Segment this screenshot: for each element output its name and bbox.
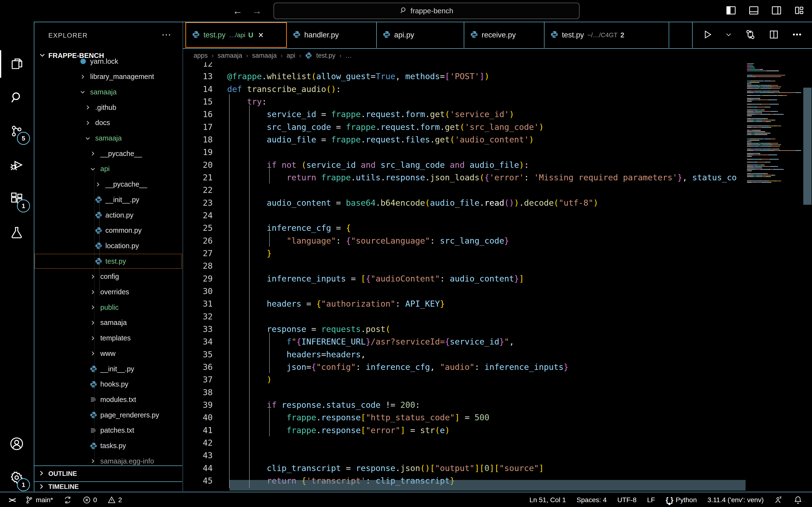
tree-item-hooks.py[interactable]: hooks.py (34, 377, 182, 392)
code-line-31: headers = {"authorization": API_KEY} (227, 297, 445, 310)
tree-item-__init__.py[interactable]: __init__.py (34, 361, 182, 377)
activity-bar-item-testing[interactable] (0, 217, 33, 249)
tree-item-samaaja.egg-info[interactable]: samaaja.egg-info (34, 453, 182, 465)
outline-section[interactable]: OUTLINE (34, 465, 182, 482)
status-git-sync[interactable] (64, 496, 72, 504)
tree-item-samaaja[interactable]: samaaja (34, 315, 182, 331)
breadcrumb-item[interactable]: api (287, 52, 295, 59)
more-actions-icon[interactable] (792, 29, 802, 41)
tree-item-page_renderers.py[interactable]: page_renderers.py (34, 407, 182, 423)
minimap[interactable] (746, 62, 803, 491)
run-dropdown-icon[interactable] (725, 31, 732, 39)
tree-item-common.py[interactable]: common.py (34, 223, 182, 238)
chevron-right-icon (90, 304, 96, 311)
tab-receive.py[interactable]: receive.py (464, 22, 545, 48)
toggle-primary-sidebar-icon[interactable] (725, 4, 737, 16)
line-number: 16 (183, 108, 213, 121)
tree-item-label: tasks.py (100, 442, 126, 450)
status-language-mode[interactable]: { }Python (666, 496, 697, 504)
breadcrumb-item[interactable]: samaaja (217, 52, 242, 59)
tree-item-label: api (100, 165, 110, 173)
activity-bar-item-run-and-debug[interactable] (0, 150, 33, 181)
breadcrumb-item[interactable]: test.py (316, 52, 336, 59)
horizontal-scrollbar[interactable] (230, 480, 802, 491)
status-eol[interactable]: LF (647, 496, 655, 504)
timeline-section[interactable]: TIMELINE (34, 482, 182, 492)
tree-item-patches.txt[interactable]: patches.txt (34, 423, 182, 438)
tree-item-samaaja[interactable]: samaaja (34, 84, 182, 100)
tree-item-api[interactable]: api (34, 161, 182, 177)
breadcrumb-item[interactable]: samaaja (252, 52, 277, 59)
nav-back-icon[interactable]: ← (232, 5, 243, 16)
tab-handler.py[interactable]: handler.py (287, 22, 377, 48)
python-file-icon (192, 31, 200, 40)
search-icon (10, 91, 23, 105)
tree-item-action.py[interactable]: action.py (34, 207, 182, 223)
close-icon[interactable]: × (258, 30, 263, 40)
tab-api.py[interactable]: api.py (377, 22, 464, 48)
status-text: main* (36, 496, 53, 504)
tab-label: receive.py (481, 31, 516, 39)
tree-item-samaaja[interactable]: samaaja (34, 131, 182, 146)
status-python-interpreter[interactable]: 3.11.4 ('env': venv) (707, 496, 764, 504)
code-line-29: inference_inputs = [{"audioContent": aud… (227, 272, 524, 285)
tree-item-yarn.lock[interactable]: yarn.lock (34, 58, 182, 69)
breadcrumb-item[interactable]: apps (194, 52, 208, 59)
tab-test.py[interactable]: test.py…/apiU× (185, 22, 287, 48)
nav-forward-icon[interactable]: → (251, 5, 262, 16)
status-notifications[interactable] (794, 496, 802, 504)
code-line-27: } (227, 247, 272, 260)
status-encoding[interactable]: UTF-8 (617, 496, 636, 504)
activity-bar-item-search[interactable] (0, 82, 33, 113)
branch-icon (25, 496, 33, 504)
status-remote-indicator[interactable]: >< (9, 496, 14, 504)
breadcrumb-item[interactable]: … (345, 52, 352, 59)
activity-bar-item-extensions[interactable]: 1 (0, 183, 33, 215)
activity-bar-item-accounts[interactable] (0, 429, 33, 460)
tree-item-label: public (100, 303, 119, 312)
tree-item-location.py[interactable]: location.py (34, 238, 182, 253)
tree-item-__pycache__[interactable]: __pycache__ (34, 146, 182, 161)
tree-item-overrides[interactable]: overrides (34, 284, 182, 300)
scrollbar-thumb[interactable] (803, 88, 812, 205)
run-python-file-button[interactable] (702, 30, 712, 41)
activity-bar-item-source-control[interactable]: 5 (0, 116, 33, 147)
tree-item-test.py[interactable]: test.pyU (34, 253, 182, 269)
vertical-scrollbar[interactable] (803, 62, 812, 491)
tree-item-__pycache__[interactable]: __pycache__ (34, 177, 182, 192)
status-cursor-position[interactable]: Ln 51, Col 1 (529, 496, 566, 504)
sidebar-title: EXPLORER (48, 32, 88, 39)
command-center-search[interactable]: frappe-bench (273, 3, 579, 19)
tree-item-modules.txt[interactable]: modules.txt (34, 392, 182, 407)
file-tree: yarn.locklibrary_managementsamaaja.githu… (34, 58, 183, 465)
status-indentation[interactable]: Spaces: 4 (576, 496, 607, 504)
code-line-23: audio_content = base64.b64encode(audio_f… (227, 196, 598, 209)
more-actions-icon[interactable]: ⋯ (161, 29, 171, 40)
toggle-panel-icon[interactable] (748, 4, 760, 16)
tree-item-__init__.py[interactable]: __init__.py (34, 192, 182, 207)
tree-item-templates[interactable]: templates (34, 331, 182, 346)
toggle-secondary-sidebar-icon[interactable] (770, 4, 782, 16)
tree-item-config[interactable]: config (34, 269, 182, 284)
testing-icon (10, 226, 23, 240)
split-editor-button[interactable] (768, 29, 779, 41)
activity-bar-item-explorer[interactable] (0, 48, 33, 80)
code-line-15: try: (227, 95, 267, 108)
status-errors[interactable]: 0 (83, 496, 97, 504)
tree-item-tasks.py[interactable]: tasks.py (34, 438, 182, 454)
braces-icon: { } (666, 496, 673, 504)
activity-bar-item-settings[interactable]: 1 (0, 462, 33, 494)
status-feedback[interactable] (774, 496, 783, 504)
status-git-branch[interactable]: main* (25, 496, 53, 504)
tree-item-.github[interactable]: .github (34, 100, 182, 115)
customize-layout-icon[interactable] (793, 4, 805, 16)
code-editor[interactable]: 1213@frappe.whitelist(allow_guest=True, … (183, 62, 812, 491)
tree-item-www[interactable]: www (34, 346, 182, 361)
tab-test.py[interactable]: test.py~/…/C4GT2 (545, 22, 669, 48)
python-file-icon (90, 411, 97, 419)
tree-item-public[interactable]: public (34, 300, 182, 315)
open-changes-button[interactable] (745, 29, 756, 41)
status-warnings[interactable]: 2 (108, 496, 122, 504)
tree-item-library_management[interactable]: library_management (34, 69, 182, 84)
tree-item-docs[interactable]: docs (34, 115, 182, 131)
